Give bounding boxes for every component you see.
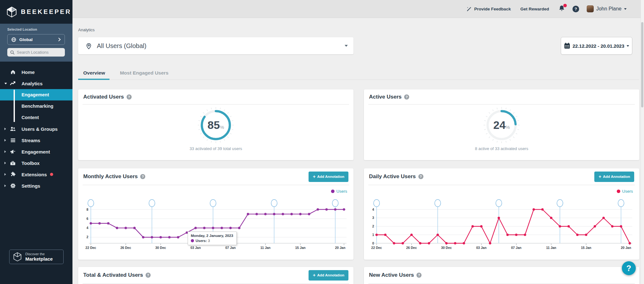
chevron-down-icon	[627, 45, 629, 47]
help-icon[interactable]: ?	[418, 174, 423, 179]
help-icon[interactable]: ?	[140, 174, 145, 179]
svg-text:30 Dec: 30 Dec	[441, 246, 452, 250]
tooltip-date: Monday, 2 January, 2023	[191, 234, 233, 238]
marketplace-icon	[13, 252, 22, 262]
chart-tooltip: Monday, 2 January, 2023 Users: 3	[188, 232, 237, 245]
card-title: Activated Users	[83, 94, 124, 100]
svg-text:22 Dec: 22 Dec	[371, 246, 382, 250]
svg-text:2: 2	[86, 235, 88, 239]
add-annotation-button[interactable]: +Add Annotation	[594, 172, 634, 182]
svg-text:20 Jan: 20 Jan	[621, 246, 631, 250]
daily-active-users-card: Daily Active Users ? +Add Annotation Use…	[364, 168, 639, 260]
sidebar-item-toolbox[interactable]: Toolbox	[0, 157, 72, 169]
marketplace-line1: Discover the	[25, 252, 53, 256]
sidebar-nav: Home Analytics Engagement Benchmarking C…	[0, 66, 72, 191]
chevron-right-icon	[4, 128, 6, 130]
svg-text:8: 8	[86, 208, 88, 211]
brand-logo: BEEKEEPER	[0, 0, 72, 24]
svg-text:15 Jan: 15 Jan	[295, 246, 306, 250]
divider	[83, 185, 349, 185]
tooltip-series-dot	[191, 239, 194, 242]
breadcrumb: Analytics	[78, 27, 95, 32]
chevron-right-icon	[4, 184, 6, 187]
card-title: Total & Activated Users	[83, 272, 143, 278]
svg-text:26 Dec: 26 Dec	[120, 246, 131, 250]
scrollbar-track	[641, 0, 644, 284]
chevron-right-icon	[58, 38, 61, 41]
svg-text:07 Jan: 07 Jan	[511, 246, 522, 250]
plus-icon: +	[598, 174, 601, 179]
tab-overview[interactable]: Overview	[78, 70, 109, 80]
divider	[368, 185, 635, 185]
sidebar-item-home[interactable]: Home	[0, 66, 72, 78]
marketplace-line2: Marketplace	[25, 256, 53, 262]
location-name: Global	[19, 37, 55, 42]
svg-text:2: 2	[372, 224, 374, 228]
new-active-users-card: New Active Users ?	[364, 267, 639, 284]
help-icon[interactable]: ?	[416, 273, 422, 278]
help-icon[interactable]: ?	[146, 273, 151, 278]
analytics-icon	[10, 81, 16, 87]
user-menu[interactable]: John Plane	[587, 5, 627, 12]
search-locations-input[interactable]	[17, 50, 61, 55]
floating-help-button[interactable]: ?	[622, 261, 636, 275]
help-icon[interactable]: ?	[404, 94, 409, 100]
sidebar-item-extensions[interactable]: Extensions	[0, 169, 72, 180]
scrollbar-thumb[interactable]	[641, 22, 643, 107]
brand-name: BEEKEEPER	[21, 8, 71, 15]
legend-label: Users	[622, 189, 633, 194]
location-panel: Selected Location Global	[0, 24, 72, 62]
sidebar-item-engagement-analytics[interactable]: Engagement	[0, 89, 72, 100]
toolbox-icon	[10, 160, 16, 166]
globe-icon	[11, 37, 16, 42]
provide-feedback-button[interactable]: Provide Feedback	[466, 6, 511, 12]
gear-icon	[10, 183, 16, 189]
svg-text:26 Dec: 26 Dec	[406, 246, 417, 250]
svg-text:4: 4	[86, 226, 88, 230]
users-icon	[10, 126, 16, 132]
add-annotation-button[interactable]: +Add Annotation	[309, 172, 348, 182]
sidebar-item-settings[interactable]: Settings	[0, 180, 72, 191]
location-global-button[interactable]: Global	[7, 34, 65, 45]
plus-icon: +	[313, 174, 316, 179]
divider	[368, 104, 635, 105]
main-content: Analytics All Users (Global) 22.12.2022 …	[72, 18, 644, 284]
discover-marketplace-button[interactable]: Discover the Marketplace	[9, 250, 64, 264]
notifications-button[interactable]	[559, 5, 565, 13]
chevron-right-icon	[4, 139, 6, 142]
audience-selector-dropdown[interactable]: All Users (Global)	[78, 37, 353, 54]
selected-location-label: Selected Location	[7, 27, 65, 31]
search-icon	[10, 50, 15, 55]
monthly-active-users-card: Monthly Active Users ? +Add Annotation U…	[78, 168, 353, 260]
svg-text:30 Dec: 30 Dec	[155, 246, 166, 250]
notification-badge	[563, 4, 567, 7]
sidebar-item-streams[interactable]: Streams	[0, 135, 72, 146]
tab-most-engaged-users[interactable]: Most Engaged Users	[115, 70, 173, 80]
add-annotation-button[interactable]: +Add Annotation	[309, 270, 348, 281]
streams-icon	[10, 137, 16, 143]
sidebar-item-engagement[interactable]: Engagement	[0, 146, 72, 157]
svg-text:4: 4	[372, 208, 374, 211]
help-icon[interactable]: ?	[127, 94, 132, 100]
user-name: John Plane	[596, 6, 622, 12]
svg-text:22 Dec: 22 Dec	[85, 246, 96, 250]
svg-text:3: 3	[372, 216, 374, 220]
header-help-icon[interactable]: ?	[572, 6, 579, 12]
card-title: Monthly Active Users	[83, 173, 138, 180]
svg-text:20 Jan: 20 Jan	[335, 246, 346, 250]
card-title: Daily Active Users	[369, 173, 416, 180]
get-rewarded-button[interactable]: Get Rewarded	[520, 7, 549, 11]
calendar-icon	[564, 43, 570, 49]
date-range-picker[interactable]: 22.12.2022 - 20.01.2023	[561, 37, 632, 55]
card-title: Active Users	[369, 94, 402, 100]
svg-text:03 Jan: 03 Jan	[191, 246, 201, 250]
sidebar-item-users-groups[interactable]: Users & Groups	[0, 123, 72, 135]
legend-dot	[617, 190, 620, 193]
sidebar-item-content[interactable]: Content	[0, 112, 72, 123]
activated-percent: 85	[208, 119, 220, 131]
top-bar: Provide Feedback Get Rewarded ? John Pla…	[72, 0, 644, 18]
svg-text:11 Jan: 11 Jan	[546, 246, 556, 250]
sidebar-item-benchmarking[interactable]: Benchmarking	[0, 100, 72, 112]
tooltip-series-name: Users	[196, 239, 206, 243]
sidebar-item-analytics[interactable]: Analytics	[0, 78, 72, 89]
